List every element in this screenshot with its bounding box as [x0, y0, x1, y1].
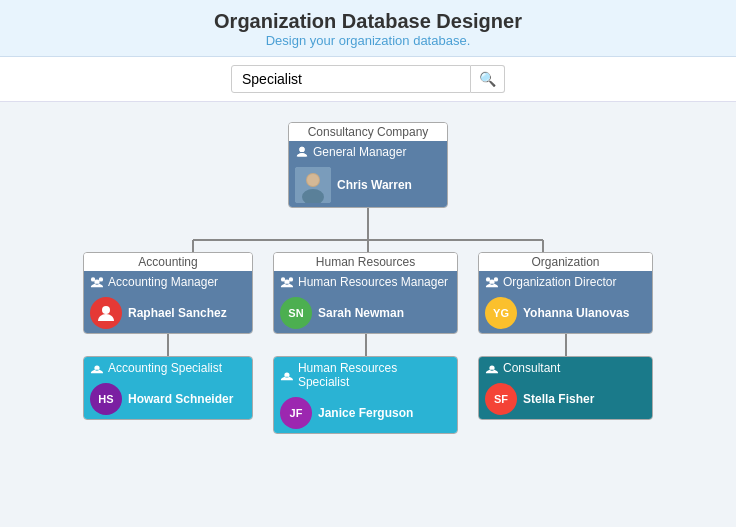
hr-person: SN Sarah Newman: [274, 293, 457, 333]
dept-organization: Organization Organization Director YG Yo…: [478, 252, 653, 420]
org-role: Organization Director: [479, 271, 652, 293]
hr-specialist-avatar: JF: [280, 397, 312, 429]
hr-avatar: SN: [280, 297, 312, 329]
top-role-label: General Manager: [313, 145, 406, 159]
dept-accounting: Accounting Accounting Manager: [83, 252, 253, 420]
top-person-name: Chris Warren: [337, 178, 412, 192]
hr-specialist-name: Janice Ferguson: [318, 406, 413, 420]
org-node-box[interactable]: Organization Organization Director YG Yo…: [478, 252, 653, 334]
hr-specialist-role-label: Human Resources Specialist: [298, 361, 451, 389]
accounting-connector: [167, 334, 169, 356]
accounting-specialist-role-label: Accounting Specialist: [108, 361, 222, 375]
org-consultant-role: Consultant: [479, 357, 652, 379]
accounting-specialist-role: Accounting Specialist: [84, 357, 252, 379]
tree-connector-lines: [108, 230, 628, 252]
hr-dept-label: Human Resources: [274, 253, 457, 271]
top-person: Chris Warren: [289, 163, 447, 207]
accounting-node-box[interactable]: Accounting Accounting Manager: [83, 252, 253, 334]
top-connector-v: [367, 208, 369, 230]
org-consultant-role-label: Consultant: [503, 361, 560, 375]
hr-specialist-person: JF Janice Ferguson: [274, 393, 457, 433]
search-input[interactable]: [231, 65, 471, 93]
accounting-role: Accounting Manager: [84, 271, 252, 293]
org-consultant-avatar: SF: [485, 383, 517, 415]
org-consultant-name: Stella Fisher: [523, 392, 594, 406]
search-bar: 🔍: [0, 57, 736, 102]
hr-node-box[interactable]: Human Resources Human Resources Manager …: [273, 252, 458, 334]
dept-hr: Human Resources Human Resources Manager …: [273, 252, 458, 434]
hr-specialist-box[interactable]: Human Resources Specialist JF Janice Fer…: [273, 356, 458, 434]
app-header: Organization Database Designer Design yo…: [0, 0, 736, 57]
accounting-avatar: [90, 297, 122, 329]
hr-role-label: Human Resources Manager: [298, 275, 448, 289]
accounting-dept-label: Accounting: [84, 253, 252, 271]
top-avatar: [295, 167, 331, 203]
accounting-specialist-person: HS Howard Schneider: [84, 379, 252, 419]
top-node: Consultancy Company General Manager: [288, 122, 448, 230]
org-person: YG Yohanna Ulanovas: [479, 293, 652, 333]
org-consultant-person: SF Stella Fisher: [479, 379, 652, 419]
hr-role: Human Resources Manager: [274, 271, 457, 293]
accounting-specialist-name: Howard Schneider: [128, 392, 233, 406]
accounting-specialist-avatar: HS: [90, 383, 122, 415]
hr-specialist-role: Human Resources Specialist: [274, 357, 457, 393]
accounting-specialist-box[interactable]: Accounting Specialist HS Howard Schneide…: [83, 356, 253, 420]
top-company-label: Consultancy Company: [289, 123, 447, 141]
svg-point-9: [102, 306, 110, 314]
accounting-person-name: Raphael Sanchez: [128, 306, 227, 320]
org-person-name: Yohanna Ulanovas: [523, 306, 629, 320]
svg-point-3: [307, 174, 319, 186]
org-chart-canvas: Consultancy Company General Manager: [0, 102, 736, 454]
hr-person-name: Sarah Newman: [318, 306, 404, 320]
org-role-label: Organization Director: [503, 275, 616, 289]
hr-connector: [365, 334, 367, 356]
search-button[interactable]: 🔍: [471, 65, 505, 93]
accounting-person: Raphael Sanchez: [84, 293, 252, 333]
org-consultant-box[interactable]: Consultant SF Stella Fisher: [478, 356, 653, 420]
top-role: General Manager: [289, 141, 447, 163]
accounting-role-label: Accounting Manager: [108, 275, 218, 289]
org-connector: [565, 334, 567, 356]
app-subtitle: Design your organization database.: [0, 33, 736, 48]
org-avatar: YG: [485, 297, 517, 329]
second-level: Accounting Accounting Manager: [83, 252, 653, 434]
org-chart: Consultancy Company General Manager: [10, 122, 726, 434]
org-dept-label: Organization: [479, 253, 652, 271]
top-node-box[interactable]: Consultancy Company General Manager: [288, 122, 448, 208]
app-title: Organization Database Designer: [0, 10, 736, 33]
